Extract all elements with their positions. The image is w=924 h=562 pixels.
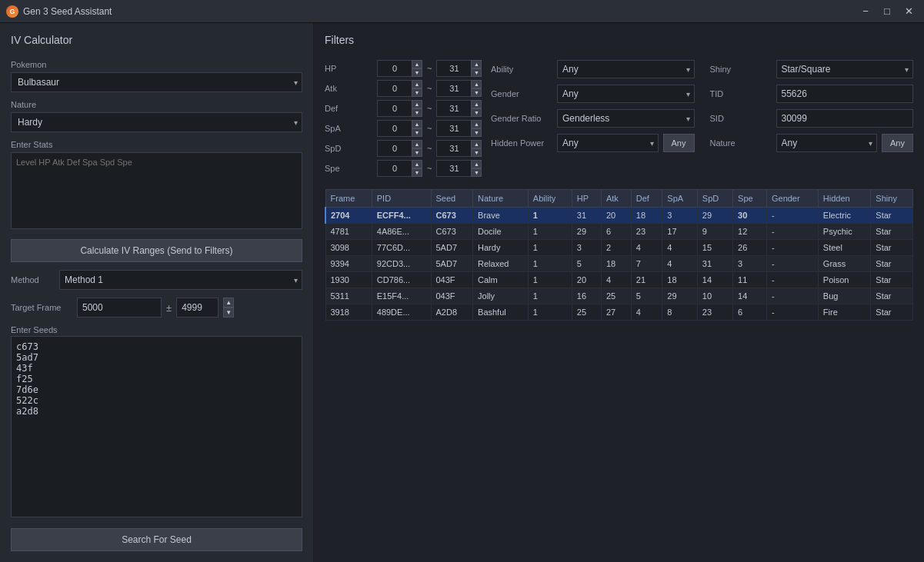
- atk-min-up[interactable]: ▲: [412, 80, 422, 88]
- hidden-power-any-button[interactable]: Any: [663, 134, 695, 152]
- spe-max-up[interactable]: ▲: [471, 160, 482, 168]
- spd-max-down[interactable]: ▼: [471, 148, 482, 157]
- tid-filter-label: TID: [710, 89, 772, 98]
- gender-filter-label: Gender: [491, 89, 552, 98]
- search-for-seed-button[interactable]: Search For Seed: [11, 528, 302, 551]
- col-pid[interactable]: PID: [372, 190, 431, 208]
- enter-stats-field: Enter Stats: [11, 140, 302, 231]
- spd-max-up[interactable]: ▲: [471, 140, 482, 148]
- table-row[interactable]: 3918489DE...A2D8Bashful1252748236-FireSt…: [325, 304, 913, 321]
- atk-min-input[interactable]: [377, 80, 412, 97]
- hidden-power-filter-select[interactable]: Any: [557, 134, 659, 152]
- cell-spe: 12: [733, 224, 767, 240]
- cell-pid: 4A86E...: [372, 224, 431, 240]
- atk-label: Atk: [325, 80, 371, 97]
- pokemon-select[interactable]: Bulbasaur: [11, 72, 302, 92]
- tid-input[interactable]: [776, 85, 914, 103]
- enter-seeds-label: Enter Seeds: [11, 325, 302, 334]
- target-frame-offset-input[interactable]: [176, 298, 218, 318]
- col-frame[interactable]: Frame: [325, 190, 372, 208]
- stats-textarea[interactable]: [11, 152, 302, 229]
- spe-min-up[interactable]: ▲: [412, 160, 422, 168]
- def-max-up[interactable]: ▲: [471, 100, 482, 108]
- gender-filter-row: Gender Any: [491, 85, 695, 103]
- nature-filter-select[interactable]: Any: [776, 134, 878, 152]
- target-frame-input[interactable]: [77, 298, 162, 318]
- maximize-button[interactable]: □: [878, 4, 896, 19]
- col-spd[interactable]: SpD: [697, 190, 732, 208]
- table-row[interactable]: 5311E15F4...043FJolly116255291014-BugSta…: [325, 288, 913, 304]
- hp-min-input[interactable]: [377, 60, 412, 77]
- method-select[interactable]: Method 1: [59, 270, 302, 290]
- def-min-up[interactable]: ▲: [412, 100, 422, 108]
- spd-min-up[interactable]: ▲: [412, 140, 422, 148]
- col-atk[interactable]: Atk: [601, 190, 631, 208]
- calculate-button[interactable]: Calculate IV Ranges (Send to Filters): [11, 239, 302, 262]
- def-min-down[interactable]: ▼: [412, 108, 422, 117]
- gender-filter-select[interactable]: Any: [557, 85, 695, 103]
- hp-max-input[interactable]: [436, 60, 471, 77]
- col-nature[interactable]: Nature: [473, 190, 529, 208]
- atk-max-down[interactable]: ▼: [471, 88, 482, 97]
- cell-nature: Calm: [473, 272, 529, 288]
- spe-min-down[interactable]: ▼: [412, 168, 422, 177]
- spd-row: ▲▼ ~ ▲▼: [377, 140, 482, 157]
- table-row[interactable]: 47814A86E...C673Docile12962317912-Psychi…: [325, 224, 913, 240]
- minimize-button[interactable]: −: [856, 4, 875, 19]
- def-label: Def: [325, 100, 371, 117]
- table-row[interactable]: 1930CD786...043FCalm120421181411-PoisonS…: [325, 272, 913, 288]
- table-row[interactable]: 2704ECFF4...C673Brave131201832930-Electr…: [325, 208, 913, 224]
- def-max-down[interactable]: ▼: [471, 108, 482, 117]
- sid-input[interactable]: [776, 109, 914, 128]
- hp-min-down[interactable]: ▼: [412, 68, 422, 77]
- seeds-textarea[interactable]: c673 5ad7 43f f25 7d6e 522c a2d8: [11, 336, 302, 517]
- atk-max-input[interactable]: [436, 80, 471, 97]
- atk-max-up[interactable]: ▲: [471, 80, 482, 88]
- table-row[interactable]: 939492CD3...5AD7Relaxed151874313-GrassSt…: [325, 256, 913, 272]
- spd-max-input[interactable]: [436, 140, 471, 157]
- spd-min-input[interactable]: [377, 140, 412, 157]
- cell-shiny: Star: [871, 304, 913, 321]
- def-max-input[interactable]: [436, 100, 471, 117]
- cell-atk: 27: [601, 304, 631, 321]
- cell-atk: 25: [601, 288, 631, 304]
- col-spa[interactable]: SpA: [662, 190, 697, 208]
- col-hidden[interactable]: Hidden: [818, 190, 871, 208]
- spe-max-input[interactable]: [436, 160, 471, 177]
- spe-max-down[interactable]: ▼: [471, 168, 482, 177]
- spa-max-up[interactable]: ▲: [471, 120, 482, 128]
- spe-min-input[interactable]: [377, 160, 412, 177]
- col-gender[interactable]: Gender: [766, 190, 818, 208]
- ability-filter-select[interactable]: Any: [557, 60, 695, 78]
- seeds-section: Enter Seeds c673 5ad7 43f f25 7d6e 522c …: [11, 325, 302, 517]
- nature-select[interactable]: Hardy: [11, 112, 302, 132]
- table-row[interactable]: 309877C6D...5AD7Hardy132441526-SteelStar: [325, 240, 913, 256]
- cell-shiny: Star: [871, 272, 913, 288]
- col-def[interactable]: Def: [631, 190, 662, 208]
- gender-ratio-filter-select[interactable]: Genderless: [557, 109, 695, 128]
- offset-up-button[interactable]: ▲: [223, 298, 234, 308]
- hp-max-down[interactable]: ▼: [471, 68, 482, 77]
- results-table-wrapper[interactable]: Frame PID Seed Nature Ability HP Atk Def…: [325, 189, 913, 551]
- atk-min-down[interactable]: ▼: [412, 88, 422, 97]
- spa-min-up[interactable]: ▲: [412, 120, 422, 128]
- col-spe[interactable]: Spe: [733, 190, 767, 208]
- col-ability[interactable]: Ability: [528, 190, 572, 208]
- cell-seed: 5AD7: [431, 240, 473, 256]
- spa-min-input[interactable]: [377, 120, 412, 137]
- col-shiny[interactable]: Shiny: [871, 190, 913, 208]
- col-hp[interactable]: HP: [572, 190, 601, 208]
- nature-any-button[interactable]: Any: [882, 134, 913, 152]
- spd-min-down[interactable]: ▼: [412, 148, 422, 157]
- def-min-input[interactable]: [377, 100, 412, 117]
- spa-max-down[interactable]: ▼: [471, 128, 482, 137]
- hp-max-up[interactable]: ▲: [471, 60, 482, 68]
- cell-frame: 2704: [325, 208, 372, 224]
- offset-down-button[interactable]: ▼: [223, 308, 234, 318]
- spa-min-down[interactable]: ▼: [412, 128, 422, 137]
- shiny-filter-select[interactable]: Star/Square: [776, 60, 914, 78]
- hp-min-up[interactable]: ▲: [412, 60, 422, 68]
- col-seed[interactable]: Seed: [431, 190, 473, 208]
- spa-max-input[interactable]: [436, 120, 471, 137]
- close-button[interactable]: ✕: [899, 4, 918, 19]
